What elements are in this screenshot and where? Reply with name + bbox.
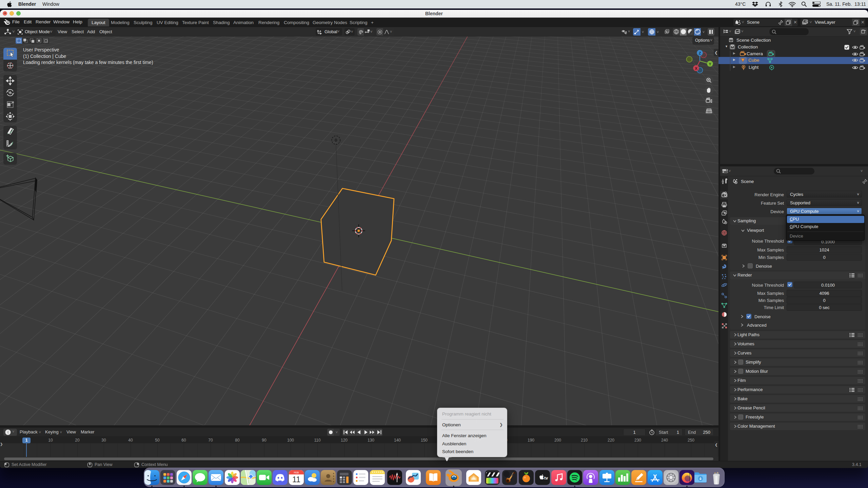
svg-text:tv: tv <box>544 476 548 481</box>
svg-text:X: X <box>695 66 697 70</box>
svg-text:Z: Z <box>698 51 701 55</box>
svg-text:Y: Y <box>709 62 711 66</box>
svg-text:FEB: FEB <box>294 471 299 474</box>
svg-text:11: 11 <box>292 475 300 484</box>
